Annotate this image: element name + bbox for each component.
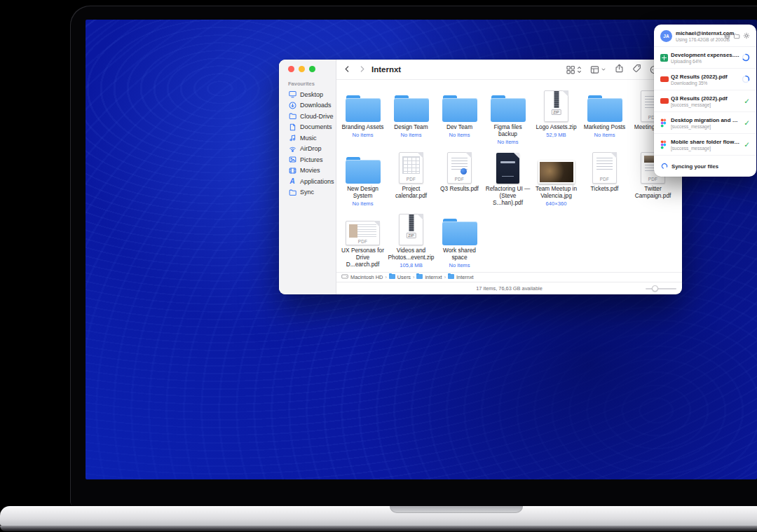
pdf-landscape-icon: PDF <box>346 212 380 245</box>
file-name: UX Personas for Drive D...earch.pdf <box>340 247 386 268</box>
file-grid-item[interactable]: PDF Project calendar.pdf <box>387 151 435 212</box>
sidebar-item-pictures[interactable]: Pictures <box>279 154 336 165</box>
path-segment-label: Macintosh HD <box>350 274 383 280</box>
slider-knob[interactable] <box>652 285 658 292</box>
file-grid-item[interactable]: Design Team No items <box>387 89 435 151</box>
folder-icon <box>346 151 381 184</box>
sidebar-item-documents[interactable]: Documents <box>279 122 336 133</box>
file-grid-item[interactable]: Work shared space No items <box>435 212 484 272</box>
sidebar-item-music[interactable]: Music <box>279 132 336 144</box>
file-name: Design Team <box>394 124 428 131</box>
path-segment[interactable]: Users <box>389 274 411 280</box>
globe-icon[interactable] <box>724 29 730 42</box>
folder-icon <box>587 89 622 122</box>
file-grid-item[interactable]: ZIP Logo Assets.zip 52,9 MB <box>532 89 580 151</box>
transfer-file-name: Development expenses.xlsx <box>671 52 740 58</box>
avatar: JA <box>660 30 672 42</box>
pdf-file-icon <box>660 76 671 82</box>
file-grid-item[interactable]: PDF Tickets.pdf <box>580 151 629 212</box>
applications-icon: A <box>288 178 296 185</box>
transfer-status: [success_message] <box>671 146 740 151</box>
folder-icon <box>288 112 296 120</box>
file-grid-item[interactable]: Branding Assets No items <box>339 89 387 151</box>
zoom-button[interactable] <box>309 66 315 72</box>
icon-size-slider[interactable] <box>646 286 676 292</box>
sidebar-item-airdrop[interactable]: AirDrop <box>279 144 336 155</box>
file-grid-item[interactable]: PDF UX Personas for Drive D...earch.pdf <box>339 212 387 272</box>
folder-icon <box>448 274 454 280</box>
transfer-row[interactable]: Mobile share folder flows.fig [success_m… <box>654 134 756 156</box>
chevron-right-icon: › <box>413 275 414 280</box>
file-name: Tickets.pdf <box>591 186 619 193</box>
account-email: michael@internxt.com <box>676 30 724 36</box>
file-grid-item[interactable]: Refactoring UI — (Steve S...han).pdf <box>484 151 532 212</box>
check-icon: ✓ <box>744 119 750 127</box>
transfer-row[interactable]: Q2 Results (2022).pdf Downloading 35% <box>654 69 756 90</box>
share-button[interactable] <box>615 63 624 76</box>
path-segment[interactable]: Internxt <box>448 274 474 280</box>
sync-status-text: Syncing your files <box>671 163 718 170</box>
check-icon: ✓ <box>744 141 750 149</box>
finder-content: Branding Assets No items Design Team No … <box>336 80 682 272</box>
minimize-button[interactable] <box>299 66 305 72</box>
file-name: Branding Assets <box>342 124 384 131</box>
close-button[interactable] <box>288 66 294 72</box>
document-icon <box>288 123 296 131</box>
sidebar-item-sync[interactable]: Sync <box>279 187 336 198</box>
forward-button[interactable] <box>358 63 366 76</box>
file-name: Twitter Campaign.pdf <box>630 186 676 200</box>
path-segment[interactable]: Macintosh HD <box>341 273 383 281</box>
gear-icon[interactable] <box>743 29 750 42</box>
file-name: Videos and Photos...event.zip <box>388 247 435 261</box>
file-grid-item[interactable]: Dev Team No items <box>435 89 484 151</box>
group-by-button[interactable] <box>590 65 606 74</box>
sidebar-item-downloads[interactable]: Downloads <box>279 100 336 111</box>
sidebar-item-cloud-drive[interactable]: Cloud-Drive <box>279 111 336 122</box>
desktop-icon <box>288 90 296 98</box>
file-name: Work shared space <box>437 247 483 261</box>
music-icon <box>288 134 296 142</box>
movies-icon <box>288 167 296 175</box>
progress-ring-icon <box>742 53 750 62</box>
sync-spinner-icon <box>661 160 668 172</box>
sidebar-item-movies[interactable]: Movies <box>279 165 336 177</box>
pictures-icon <box>288 156 296 163</box>
transfer-row[interactable]: Q3 Results (2022).pdf [success_message] … <box>654 90 756 112</box>
file-meta: No items <box>353 132 374 138</box>
transfer-file-name: Q2 Results (2022).pdf <box>671 74 740 80</box>
sidebar-item-desktop[interactable]: Desktop <box>279 89 336 100</box>
view-switcher-button[interactable] <box>566 65 582 74</box>
back-button[interactable] <box>343 63 351 76</box>
disk-icon <box>341 273 348 281</box>
folder-icon <box>394 89 429 122</box>
check-icon: ✓ <box>744 97 750 105</box>
file-grid-item[interactable]: Figma files backup No items <box>484 89 532 151</box>
file-meta: No items <box>594 132 615 138</box>
file-meta: No items <box>401 132 422 138</box>
file-grid-item[interactable]: ZIP Videos and Photos...event.zip 105,8 … <box>387 212 435 272</box>
sidebar-list: Desktop Downloads Cloud-Drive Documents … <box>279 89 336 198</box>
desktop-stage: Favourites Desktop Downloads Cloud-Drive… <box>0 0 757 532</box>
book-icon <box>496 151 519 184</box>
status-bar: 17 items, 76,63 GB available <box>336 282 682 294</box>
file-grid-item[interactable]: PDF Q3 Results.pdf <box>435 151 484 212</box>
file-grid-item[interactable]: New Design System No items <box>339 151 387 212</box>
laptop-lid-notch <box>390 506 523 513</box>
airdrop-icon <box>288 145 296 153</box>
transfer-file-name: Q3 Results (2022).pdf <box>671 95 740 102</box>
photo-icon <box>538 151 575 184</box>
transfer-row[interactable]: Development expenses.xlsx Uploading 64% <box>654 47 756 69</box>
file-name: Project calendar.pdf <box>388 186 435 200</box>
file-grid-item[interactable]: Marketing Posts No items <box>580 89 629 151</box>
item-count-status: 17 items, 76,63 GB available <box>476 285 543 292</box>
transfer-file-name: Desktop migration and onboardi... <box>671 117 740 123</box>
transfer-row[interactable]: Desktop migration and onboardi... [succe… <box>654 112 756 134</box>
transfer-status: Uploading 64% <box>671 59 740 64</box>
window-title: Internxt <box>371 65 401 74</box>
folder-icon[interactable] <box>733 29 740 42</box>
zip-icon: ZIP <box>399 212 423 245</box>
path-segment[interactable]: internxt <box>416 274 442 280</box>
file-grid-item[interactable]: Team Meetup in Valencia.jpg 640×360 <box>532 151 580 212</box>
sidebar-item-applications[interactable]: A Applications <box>279 176 336 187</box>
tag-button[interactable] <box>632 63 641 76</box>
